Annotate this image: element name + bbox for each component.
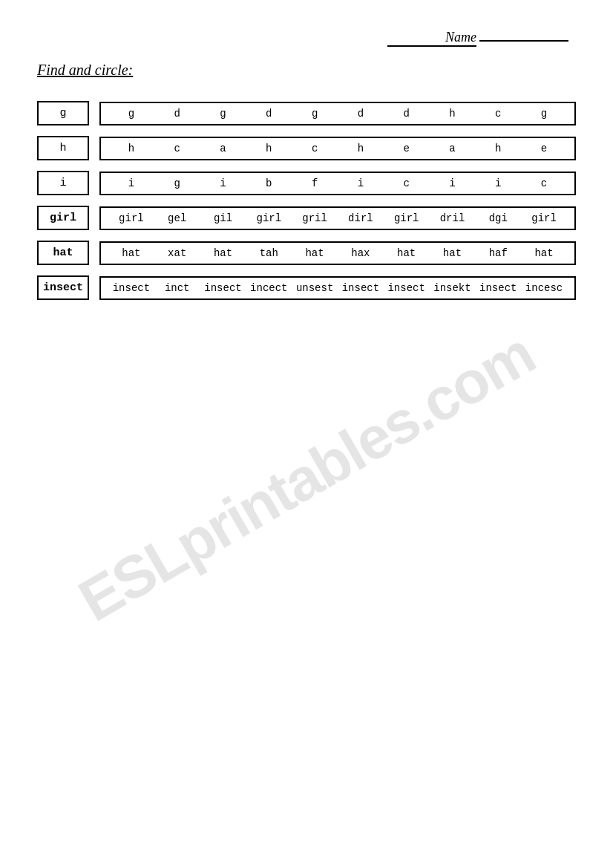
row-hat-cell-2: hat: [200, 247, 246, 259]
row-i-cell-1: g: [154, 177, 200, 189]
row-h-cell-5: h: [338, 143, 384, 154]
row-girl-cell-6: girl: [384, 212, 430, 224]
row-i-cell-9: c: [521, 177, 567, 189]
row-insect-label: insect: [37, 275, 89, 300]
row-h-cell-0: h: [108, 143, 154, 154]
page-title: Find and circle:: [37, 62, 576, 79]
row-h-cell-7: a: [430, 143, 476, 154]
row-girl-cell-0: girl: [108, 212, 154, 224]
row-i-cell-0: i: [108, 177, 154, 189]
name-label: Name: [387, 30, 476, 47]
name-line: Name: [37, 30, 576, 47]
row-girl-cell-2: gil: [200, 212, 246, 224]
row-insect-cell-4: unsest: [292, 282, 338, 294]
row-h-cell-6: e: [384, 143, 430, 154]
row-i-cell-8: i: [475, 177, 521, 189]
row-h-cell-2: a: [200, 143, 246, 154]
row-i-cell-6: c: [384, 177, 430, 189]
row-h-cell-1: c: [154, 143, 200, 154]
row-girl-cell-9: girl: [521, 212, 567, 224]
row-hat-cell-4: hat: [292, 247, 338, 259]
row-insect-cell-0: insect: [108, 282, 154, 294]
row-hat-cell-1: xat: [154, 247, 200, 259]
row-hat-cell-6: hat: [384, 247, 430, 259]
row-g-cell-9: g: [521, 108, 567, 120]
row-hat-cell-5: hax: [338, 247, 384, 259]
row-insect-cell-8: insect: [475, 282, 521, 294]
row-girl-cell-4: gril: [292, 212, 338, 224]
row-insect: insectinsectinctinsectincectunsestinsect…: [37, 275, 576, 300]
row-g-cell-1: d: [154, 108, 200, 120]
row-hat-cell-3: tah: [246, 247, 292, 259]
row-girl-label: girl: [37, 206, 89, 230]
row-h-cell-9: e: [521, 143, 567, 154]
row-g: ggdgdgddhcg: [37, 101, 576, 125]
row-hat: hathatxathattahhathaxhathathafhat: [37, 241, 576, 265]
row-i-cell-7: i: [430, 177, 476, 189]
row-g-cell-4: g: [292, 108, 338, 120]
row-hat-cell-8: haf: [475, 247, 521, 259]
row-i-cell-3: b: [246, 177, 292, 189]
row-h-cells: hcahcheahe: [99, 137, 576, 160]
row-girl-cell-1: gel: [154, 212, 200, 224]
row-insect-cell-3: incect: [246, 282, 292, 294]
row-hat-cell-9: hat: [521, 247, 567, 259]
row-g-cell-2: g: [200, 108, 246, 120]
watermark: ESLprintables.com: [68, 319, 545, 635]
row-hat-cell-7: hat: [430, 247, 476, 259]
row-hat-cells: hatxathattahhathaxhathathafhat: [99, 241, 576, 265]
row-g-cell-6: d: [384, 108, 430, 120]
exercise-rows: ggdgdgddhcghhcahcheaheiigibficiicgirlgir…: [37, 101, 576, 300]
row-g-label: g: [37, 101, 89, 125]
row-insect-cell-7: insekt: [430, 282, 476, 294]
row-g-cell-8: c: [475, 108, 521, 120]
row-girl-cell-3: girl: [246, 212, 292, 224]
name-underline: [479, 40, 568, 42]
row-g-cell-0: g: [108, 108, 154, 120]
row-girl-cell-7: dril: [430, 212, 476, 224]
row-insect-cell-9: incesc: [521, 282, 567, 294]
row-i-cell-4: f: [292, 177, 338, 189]
row-g-cell-7: h: [430, 108, 476, 120]
row-hat-cell-0: hat: [108, 247, 154, 259]
row-i-cell-2: i: [200, 177, 246, 189]
row-h-label: h: [37, 136, 89, 160]
row-i: iigibficiic: [37, 171, 576, 195]
row-i-cells: igibficiic: [99, 172, 576, 195]
row-girl-cell-5: dirl: [338, 212, 384, 224]
row-hat-label: hat: [37, 241, 89, 265]
row-g-cell-3: d: [246, 108, 292, 120]
row-i-label: i: [37, 171, 89, 195]
row-insect-cell-5: insect: [338, 282, 384, 294]
row-insect-cell-6: insect: [384, 282, 430, 294]
row-g-cells: gdgdgddhcg: [99, 102, 576, 125]
row-h: hhcahcheahe: [37, 136, 576, 160]
row-insect-cell-2: insect: [200, 282, 246, 294]
row-girl-cells: girlgelgilgirlgrildirlgirldrildgigirl: [99, 206, 576, 230]
row-h-cell-8: h: [475, 143, 521, 154]
row-g-cell-5: d: [338, 108, 384, 120]
row-i-cell-5: i: [338, 177, 384, 189]
row-girl-cell-8: dgi: [475, 212, 521, 224]
row-insect-cell-1: inct: [154, 282, 200, 294]
row-girl: girlgirlgelgilgirlgrildirlgirldrildgigir…: [37, 206, 576, 230]
row-insect-cells: insectinctinsectincectunsestinsectinsect…: [99, 276, 576, 300]
row-h-cell-3: h: [246, 143, 292, 154]
row-h-cell-4: c: [292, 143, 338, 154]
